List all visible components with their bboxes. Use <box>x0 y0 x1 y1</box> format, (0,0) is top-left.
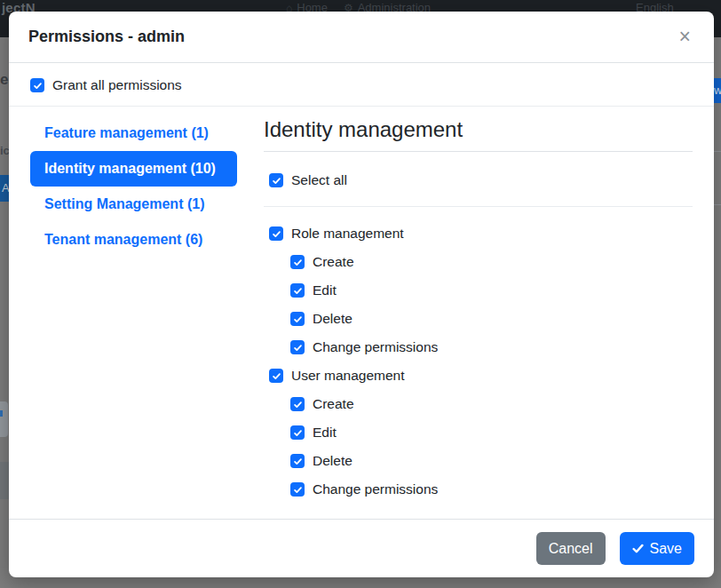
save-button-label: Save <box>650 541 682 557</box>
permission-label[interactable]: Create <box>313 396 354 412</box>
save-button[interactable]: Save <box>620 532 694 565</box>
permission-label[interactable]: Delete <box>313 453 353 469</box>
permission-label[interactable]: Delete <box>313 311 353 327</box>
permission-checkbox[interactable] <box>290 312 305 326</box>
permission-checkbox[interactable] <box>290 397 305 411</box>
permission-row[interactable]: Change permissions <box>264 333 693 362</box>
page-heading-fragment: es <box>0 71 9 89</box>
permission-label[interactable]: Edit <box>313 425 337 441</box>
permission-checkbox[interactable] <box>290 255 305 269</box>
page-divider-fragment <box>714 204 721 205</box>
modal-header: Permissions - admin × <box>9 12 714 63</box>
new-button-fragment: w <box>714 78 721 103</box>
permission-checkbox[interactable] <box>290 283 305 298</box>
modal-columns: Feature management (1)Identity managemen… <box>30 115 693 504</box>
table-header-fragment: ic <box>0 144 9 157</box>
permission-tree: Role managementCreateEditDeleteChange pe… <box>264 219 693 504</box>
page-accent-fragment <box>0 410 3 417</box>
check-icon <box>632 543 644 554</box>
permission-row[interactable]: Delete <box>264 305 693 333</box>
permission-checkbox[interactable] <box>290 454 305 468</box>
permission-checkbox[interactable] <box>269 226 283 241</box>
permission-label[interactable]: User management <box>291 368 405 384</box>
permission-row[interactable]: Create <box>264 390 693 418</box>
close-icon[interactable]: × <box>676 25 694 49</box>
tab-identity-management-10[interactable]: Identity management (10) <box>30 151 237 187</box>
tab-tenant-management-6[interactable]: Tenant management (6) <box>30 222 237 258</box>
tab-setting-management-1[interactable]: Setting Management (1) <box>30 187 237 222</box>
permission-label[interactable]: Create <box>313 254 354 270</box>
grant-all-label[interactable]: Grant all permissions <box>52 77 182 93</box>
select-all-checkbox[interactable] <box>269 173 283 187</box>
select-all-label[interactable]: Select all <box>291 172 347 188</box>
permission-label[interactable]: Change permissions <box>313 339 438 355</box>
page-panel-fragment <box>0 401 8 437</box>
permissions-modal: Permissions - admin × Grant all permissi… <box>9 12 714 577</box>
permission-label[interactable]: Change permissions <box>313 481 438 497</box>
permission-row[interactable]: User management <box>264 362 693 390</box>
permission-panel: Identity management Select all Role mana… <box>264 115 693 504</box>
permission-label[interactable]: Role management <box>291 226 404 242</box>
modal-footer: Cancel Save <box>9 519 714 577</box>
permission-label[interactable]: Edit <box>313 282 337 298</box>
permission-row[interactable]: Edit <box>264 276 693 305</box>
page-divider-fragment <box>714 151 721 152</box>
modal-title: Permissions - admin <box>28 28 185 46</box>
permission-row[interactable]: Role management <box>264 219 693 248</box>
permission-row[interactable]: Create <box>264 248 693 276</box>
permission-row[interactable]: Delete <box>264 447 693 475</box>
permission-checkbox[interactable] <box>290 482 305 497</box>
panel-title: Identity management <box>264 115 693 152</box>
tab-feature-management-1[interactable]: Feature management (1) <box>30 115 237 151</box>
permission-row[interactable]: Change permissions <box>264 475 693 504</box>
divider <box>9 106 714 107</box>
permission-checkbox[interactable] <box>290 340 305 354</box>
modal-body: Grant all permissions Feature management… <box>9 63 714 519</box>
permission-row[interactable]: Edit <box>264 418 693 447</box>
permission-group-tabs: Feature management (1)Identity managemen… <box>30 115 237 504</box>
select-all-row[interactable]: Select all <box>264 171 693 189</box>
page-shade-fragment <box>0 462 9 499</box>
permission-checkbox[interactable] <box>269 369 283 383</box>
grant-all-row[interactable]: Grant all permissions <box>30 76 693 94</box>
divider <box>264 206 693 207</box>
cancel-button[interactable]: Cancel <box>536 532 606 565</box>
permission-checkbox[interactable] <box>290 425 305 440</box>
grant-all-checkbox[interactable] <box>30 78 44 92</box>
actions-button-fragment: A <box>0 175 9 202</box>
